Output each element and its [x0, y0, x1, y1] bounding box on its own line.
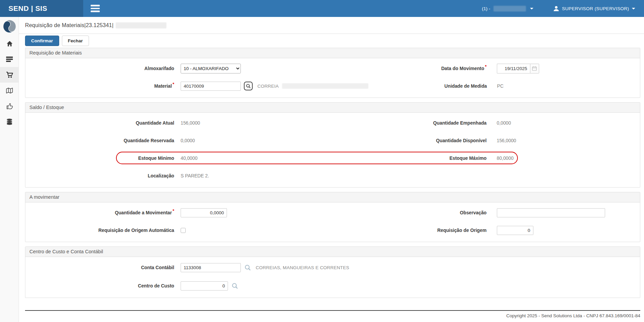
app-logo[interactable]: [0, 17, 19, 36]
quantidade-reservada-label: Quantidade Reservada: [25, 138, 174, 143]
material-description: CORREIA: [257, 84, 279, 89]
conta-contabil-input[interactable]: [181, 263, 241, 272]
chevron-down-icon: [530, 8, 533, 9]
search-icon: [232, 283, 238, 289]
redacted-material-description: [282, 83, 368, 89]
main-content: Requisição de Materiais|23.125341| Confi…: [19, 17, 644, 322]
panel-centro-custo-title: Centro de Custo e Conta Contábil: [25, 247, 640, 257]
centro-custo-search-button[interactable]: [232, 283, 238, 289]
estoque-minimo-value: 40,0000: [181, 156, 198, 161]
user-name: SUPERVISOR (SUPERVISOR): [562, 6, 629, 11]
data-movimento-input[interactable]: [497, 64, 530, 73]
calendar-icon: [532, 66, 537, 71]
material-label: Material*: [25, 84, 174, 89]
logo-icon: [3, 20, 16, 33]
menu-toggle-button[interactable]: [87, 0, 104, 17]
panel-saldo: Saldo / Estoque Quantidade Atual 156,000…: [25, 102, 640, 188]
copyright-text: Copyright 2025 - Send Solutions Ltda - C…: [506, 313, 640, 318]
app-brand: SEND | SIS: [0, 0, 83, 17]
list-icon: [6, 57, 13, 62]
almoxarifado-select[interactable]: 10 - ALMOXARIFADO: [181, 64, 241, 73]
map-icon: [6, 88, 13, 93]
close-button[interactable]: Fechar: [62, 36, 89, 46]
company-prefix: (1) -: [482, 6, 490, 11]
panel-movimentar-title: A movimentar: [25, 192, 640, 202]
search-icon: [245, 264, 251, 271]
unidade-medida-value: PC: [497, 84, 504, 89]
quantidade-reservada-value: 0,0000: [181, 138, 195, 143]
quantidade-disponivel-label: Quantidade Disponível: [333, 138, 487, 143]
cart-icon: [6, 72, 13, 78]
required-asterisk: *: [485, 64, 487, 69]
user-menu[interactable]: SUPERVISOR (SUPERVISOR): [553, 5, 636, 12]
sidebar-item-approvals[interactable]: [0, 98, 19, 114]
panel-saldo-title: Saldo / Estoque: [25, 103, 640, 113]
redacted-company-name: [493, 6, 526, 12]
toolbar: Confirmar Fechar: [19, 34, 644, 48]
sidebar-item-list[interactable]: [0, 51, 19, 67]
hamburger-icon: [91, 8, 100, 9]
calendar-button[interactable]: [530, 64, 539, 73]
panel-requisicao: Requisição de Materiais Almoxarifado 10 …: [25, 48, 640, 98]
user-icon: [553, 5, 559, 12]
page-header: Requisição de Materiais|23.125341|: [19, 17, 644, 34]
panel-requisicao-title: Requisição de Materiais: [25, 48, 640, 58]
almoxarifado-label: Almoxarifado: [25, 66, 174, 71]
requisicao-origem-input[interactable]: [497, 226, 533, 235]
conta-contabil-search-button[interactable]: [245, 264, 251, 271]
topbar-right: (1) - SUPERVISOR (SUPERVISOR): [482, 5, 644, 12]
topbar: SEND | SIS (1) - SUPERVISOR (SUPERVISOR): [0, 0, 644, 17]
estoque-minimo-label: Estoque Minimo: [25, 156, 174, 161]
page-footer: Copyright 2025 - Send Solutions Ltda - C…: [25, 310, 640, 318]
sidebar-item-map[interactable]: [0, 83, 19, 98]
sidebar-item-database[interactable]: [0, 114, 19, 129]
brand-text: SEND | SIS: [8, 4, 47, 13]
quantidade-movimentar-label: Quantidade a Movimentar*: [25, 210, 174, 215]
quantidade-empenhada-label: Quantidade Empenhada: [333, 121, 487, 126]
data-movimento-label: Data do Movimento*: [333, 66, 487, 71]
search-icon: [246, 84, 251, 89]
quantidade-atual-label: Quantidade Atual: [25, 121, 174, 126]
sidebar-item-home[interactable]: [0, 36, 19, 51]
quantidade-atual-value: 156,0000: [181, 121, 200, 126]
localizacao-label: Localização: [25, 173, 174, 178]
quantidade-movimentar-input[interactable]: [181, 208, 227, 217]
company-selector[interactable]: (1) -: [482, 6, 533, 12]
origem-automatica-checkbox[interactable]: [181, 228, 186, 233]
origem-automatica-label: Requisição de Origem Automática: [25, 228, 174, 233]
sidebar-item-cart[interactable]: [0, 67, 19, 83]
home-icon: [6, 41, 13, 47]
quantidade-disponivel-value: 156,0000: [497, 138, 516, 143]
observacao-label: Observação: [333, 210, 487, 215]
thumbs-up-icon: [6, 103, 13, 109]
localizacao-value: S PAREDE 2.: [181, 173, 209, 178]
panel-movimentar: A movimentar Quantidade a Movimentar* Ob…: [25, 192, 640, 242]
sidebar: [0, 17, 19, 322]
centro-custo-label: Centro de Custo: [25, 283, 174, 288]
page-title: Requisição de Materiais|23.125341|: [25, 22, 114, 28]
estoque-maximo-value: 80,0000: [497, 156, 514, 161]
unidade-medida-label: Unidade de Medida: [407, 84, 487, 89]
hamburger-icon: [91, 10, 100, 12]
quantidade-empenhada-value: 0,0000: [497, 121, 511, 126]
centro-custo-input[interactable]: [181, 281, 228, 291]
material-search-button[interactable]: [244, 82, 253, 90]
redacted-title-text: [116, 22, 166, 28]
estoque-maximo-label: Estoque Máximo: [333, 156, 487, 161]
material-input[interactable]: [181, 82, 241, 91]
hamburger-icon: [91, 5, 100, 6]
panel-centro-custo: Centro de Custo e Conta Contábil Conta C…: [25, 246, 640, 298]
observacao-input[interactable]: [497, 208, 605, 217]
conta-contabil-description: CORREIAS, MANGUEIRAS E CORRENTES: [256, 265, 349, 270]
required-asterisk: *: [172, 209, 174, 213]
chevron-down-icon: [632, 8, 635, 9]
conta-contabil-label: Conta Contábil: [25, 265, 174, 270]
requisicao-origem-label: Requisição de Origem: [333, 228, 487, 233]
database-icon: [6, 119, 13, 125]
confirm-button[interactable]: Confirmar: [25, 36, 59, 46]
required-asterisk: *: [172, 82, 174, 87]
